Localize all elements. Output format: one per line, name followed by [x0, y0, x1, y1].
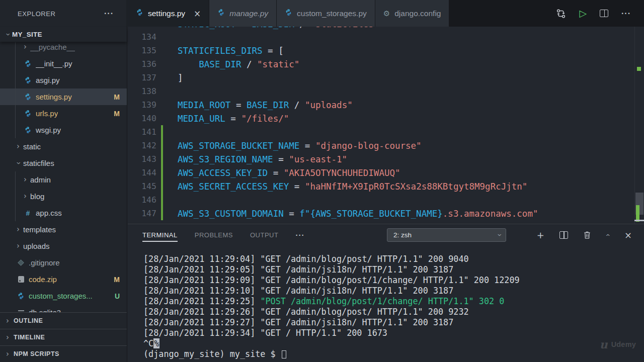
more-actions-icon[interactable]: ··· — [621, 9, 631, 18]
overview-ruler[interactable] — [634, 27, 644, 224]
zip-file-icon — [17, 276, 25, 283]
split-terminal-icon[interactable] — [559, 231, 568, 239]
git-status-badge: M — [114, 93, 120, 101]
shell-selector[interactable]: 2: zsh › — [387, 228, 506, 242]
gutter-change-bar — [161, 30, 163, 44]
editor-line: 135STATICFILES_DIRS = [ — [128, 44, 644, 57]
close-panel-icon[interactable]: × — [624, 230, 632, 240]
tree-item-settings-py[interactable]: settings.pyM — [0, 88, 127, 105]
tree-item-static[interactable]: ›static — [0, 138, 127, 155]
tree-item-custom-storages-[interactable]: custom_storages...U — [0, 288, 127, 304]
editor-line: 147AWS_S3_CUSTOM_DOMAIN = f"{AWS_STORAGE… — [128, 207, 644, 220]
tab-label: django.config — [394, 9, 441, 18]
code-editor[interactable]: STATIC_ROOT = BASE_DIR / "staticfiles" 1… — [128, 27, 644, 224]
file-label: settings.py — [36, 93, 72, 101]
terminal-line: [28/Jan/2021 11:29:05] "GET /admin/jsi18… — [143, 264, 644, 275]
terminal-line: (django_my_site) my_site $ — [143, 349, 644, 359]
tab-django-config[interactable]: ⚙django.config — [375, 0, 450, 27]
chevron-down-icon: › — [4, 33, 12, 36]
terminal-cursor — [282, 350, 286, 358]
tree-item-db-sqlite3[interactable]: db.sqlite3 — [0, 304, 127, 313]
editor-group: settings.py×manage.pycustom_storages.py⚙… — [128, 0, 644, 362]
run-python-file-icon[interactable]: ▷ — [579, 9, 587, 18]
close-tab-icon[interactable]: × — [194, 9, 201, 19]
file-label: wsgi.py — [36, 126, 61, 134]
split-editor-icon[interactable] — [600, 10, 608, 17]
tree-item-app-css[interactable]: #app.css — [0, 205, 127, 221]
kill-terminal-icon[interactable] — [583, 231, 591, 239]
terminal-output[interactable]: [28/Jan/2021 11:29:04] "GET /admin/blog/… — [128, 245, 644, 362]
tree-item-asgi-py[interactable]: asgi.py — [0, 72, 127, 88]
tree-item--pycache-[interactable]: ›__pycache__ — [0, 42, 127, 55]
editor-tabs: settings.py×manage.pycustom_storages.py⚙… — [128, 0, 449, 27]
python-icon — [217, 9, 225, 18]
tab-label: manage.py — [229, 9, 268, 18]
file-label: app.css — [36, 209, 62, 217]
sidebar-sections: ›OUTLINE›TIMELINE›NPM SCRIPTS — [0, 312, 127, 362]
terminal-line: [28/Jan/2021 11:29:09] "GET /admin/blog/… — [143, 275, 644, 286]
section-outline[interactable]: ›OUTLINE — [0, 312, 127, 329]
tree-item-templates[interactable]: ›templates — [0, 221, 127, 238]
css-hash-icon: # — [24, 209, 32, 217]
editor-line: 144AWS_ACCESS_KEY_ID = "AKIA5OTYNCHUHEDI… — [128, 166, 644, 179]
cursor-marker — [634, 220, 644, 221]
clipped-line: STATIC_ROOT = BASE_DIR / "staticfiles" — [128, 27, 644, 30]
tab-manage-py[interactable]: manage.py — [209, 0, 277, 27]
git-status-badge: U — [115, 292, 120, 300]
tree-item-staticfiles[interactable]: ›staticfiles — [0, 155, 127, 171]
code-lines: 134135STATICFILES_DIRS = [136 BASE_DIR /… — [128, 30, 644, 220]
file-label: templates — [23, 225, 56, 234]
file-label: static — [23, 142, 41, 151]
explorer-more-icon[interactable]: ··· — [104, 9, 114, 18]
section-timeline[interactable]: ›TIMELINE — [0, 329, 127, 345]
chevron-right-icon: › — [17, 143, 20, 150]
panel-tab-terminal[interactable]: TERMINAL — [142, 224, 178, 245]
python-icon — [136, 9, 143, 18]
editor-line: 140MEDIA_URL = "/files/" — [128, 112, 644, 125]
editor-actions: ▷ ··· — [556, 0, 644, 27]
panel-tab-problems[interactable]: PROBLEMS — [195, 224, 233, 245]
python-icon — [24, 93, 32, 101]
terminal-line: [28/Jan/2021 11:29:27] "GET /admin/jsi18… — [143, 317, 644, 328]
tree-item-code-zip[interactable]: code.zipM — [0, 271, 127, 288]
open-changes-icon[interactable] — [556, 9, 566, 19]
vscode-window: EXPLORER ··· › MY_SITE ›__pycache____ini… — [0, 0, 644, 362]
udemy-watermark: u Udemy — [600, 338, 636, 351]
chevron-down-icon: › — [15, 162, 22, 165]
editor-line: 146 — [128, 193, 644, 207]
bottom-panel: TERMINALPROBLEMSOUTPUT ··· 2: zsh › + › … — [128, 224, 644, 362]
tree-item-urls-py[interactable]: urls.pyM — [0, 105, 127, 122]
gutter-change-bar — [161, 84, 163, 98]
new-terminal-icon[interactable]: + — [537, 230, 544, 240]
tree-item-uploads[interactable]: ›uploads — [0, 238, 127, 254]
git-status-badge: M — [114, 276, 120, 284]
maximize-panel-icon[interactable]: › — [606, 231, 609, 239]
panel-actions: + › × — [537, 224, 632, 245]
panel-tab-output[interactable]: OUTPUT — [250, 224, 278, 245]
editor-line: 138 — [128, 84, 644, 98]
chevron-right-icon: › — [24, 43, 27, 51]
tree-item-blog[interactable]: ›blog — [0, 188, 127, 205]
tree-item-admin[interactable]: ›admin — [0, 171, 127, 188]
section-npm-scripts[interactable]: ›NPM SCRIPTS — [0, 345, 127, 362]
tree-item--gitignore[interactable]: .gitignore — [0, 254, 127, 271]
tab-custom-storages-py[interactable]: custom_storages.py — [277, 0, 375, 27]
file-tree: ›__pycache____init__.pyasgi.pysettings.p… — [0, 42, 127, 313]
panel-more-icon[interactable]: ··· — [295, 231, 304, 239]
tree-item--init-py[interactable]: __init__.py — [0, 55, 127, 72]
file-label: urls.py — [36, 109, 58, 118]
udemy-logo-icon: u — [600, 338, 608, 351]
file-label: .gitignore — [29, 258, 60, 267]
editor-line: 141 — [128, 125, 644, 139]
project-root-row[interactable]: › MY_SITE — [0, 27, 127, 42]
chevron-right-icon: › — [6, 350, 9, 358]
git-status-badge: M — [114, 110, 120, 118]
tab-settings-py[interactable]: settings.py× — [128, 0, 209, 27]
editor-line: 136 BASE_DIR / "static" — [128, 57, 644, 71]
chevron-right-icon: › — [6, 334, 9, 341]
tree-item-wsgi-py[interactable]: wsgi.py — [0, 122, 127, 138]
editor-line: 137] — [128, 71, 644, 84]
change-marker — [637, 67, 641, 71]
file-label: uploads — [23, 242, 50, 250]
python-icon — [24, 76, 32, 84]
